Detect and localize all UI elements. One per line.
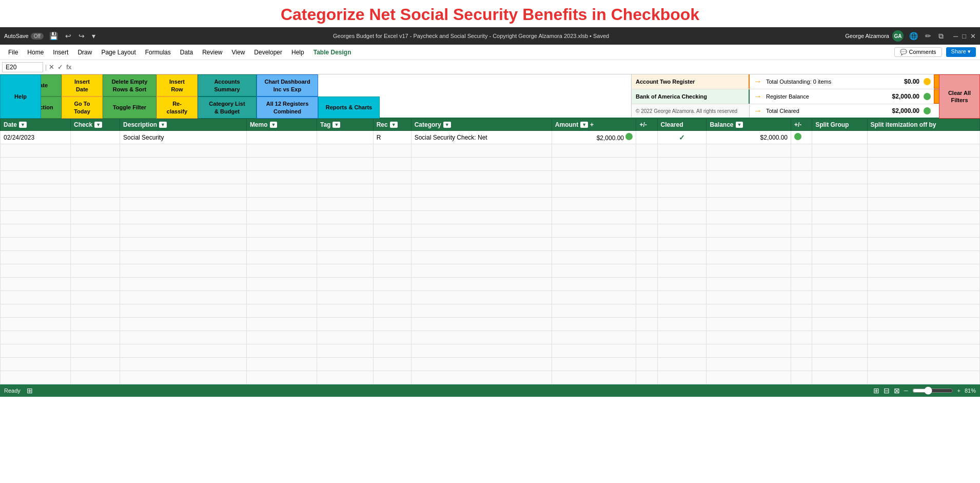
- close-button[interactable]: ✕: [970, 32, 976, 40]
- menu-view[interactable]: View: [228, 47, 249, 58]
- menu-review[interactable]: Review: [198, 47, 226, 58]
- table-row: [1, 144, 980, 158]
- tag-filter-arrow[interactable]: ▼: [332, 122, 340, 128]
- memo-filter-arrow[interactable]: ▼: [270, 122, 278, 128]
- status-icon[interactable]: ⊞: [27, 387, 33, 395]
- rec-filter-arrow[interactable]: ▼: [390, 122, 398, 128]
- page-break-view-icon[interactable]: ⊠: [894, 387, 900, 395]
- copyright-text: © 2022 George Alzamora. All rights reser…: [632, 104, 750, 118]
- date-filter-arrow[interactable]: ▼: [19, 122, 27, 128]
- zoom-minus-icon[interactable]: ─: [904, 388, 908, 394]
- cell-check: [71, 131, 120, 144]
- register-balance-label: Register Balance: [766, 93, 892, 100]
- comments-button[interactable]: 💬 Comments: [894, 47, 942, 57]
- menu-home[interactable]: Home: [23, 47, 48, 58]
- zoom-slider[interactable]: [912, 387, 953, 395]
- delete-empty-rows-button[interactable]: Delete Empty Rows & Sort: [103, 74, 156, 96]
- total-cleared-value: $2,000.00: [892, 107, 924, 114]
- all-12-registers-button[interactable]: All 12 Registers Combined: [257, 96, 318, 119]
- cleared-dot: [924, 107, 931, 114]
- balance-filter-arrow[interactable]: ▼: [736, 122, 743, 128]
- pen-icon[interactable]: ✏: [924, 32, 933, 40]
- undo-icon[interactable]: ↩: [64, 32, 73, 40]
- col-rec: Rec▼: [373, 119, 411, 131]
- table-row: [1, 344, 980, 358]
- ready-label: Ready: [4, 388, 21, 394]
- cell-memo: [246, 131, 317, 144]
- category-list-budget-button[interactable]: Category List & Budget: [198, 96, 257, 119]
- minimize-button[interactable]: ─: [953, 32, 958, 40]
- col-date: Date▼: [1, 119, 71, 131]
- formula-separator: |: [45, 64, 47, 71]
- cell-category: Social Security Check: Net: [411, 131, 552, 144]
- menu-file[interactable]: File: [4, 47, 22, 58]
- normal-view-icon[interactable]: ⊞: [873, 387, 879, 395]
- col-description: Description▼: [120, 119, 247, 131]
- menu-page-layout[interactable]: Page Layout: [97, 47, 140, 58]
- clear-all-filters-button[interactable]: Clear All Filters: [939, 74, 980, 119]
- col-tag: Tag▼: [317, 119, 373, 131]
- spreadsheet-area: Date▼ Check▼ Description▼ Memo▼ Tag▼ Rec…: [0, 119, 980, 384]
- col-check: Check▼: [71, 119, 120, 131]
- go-to-today-button[interactable]: Go To Today: [62, 96, 103, 119]
- title-bar: AutoSave Off 💾 ↩ ↪ ▾ Georges Budget for …: [0, 27, 980, 45]
- zoom-plus-icon[interactable]: +: [957, 388, 961, 394]
- col-split-group: Split Group: [812, 119, 867, 131]
- menu-help[interactable]: Help: [287, 47, 308, 58]
- account-two-register-row: Account Two Register → Total Outstanding…: [632, 74, 980, 89]
- check-filter-arrow[interactable]: ▼: [94, 122, 102, 128]
- customize-icon[interactable]: ▾: [90, 32, 97, 40]
- chart-dashboard-button[interactable]: Chart Dashboard Inc vs Exp: [257, 74, 318, 96]
- ribbon-buttons: Sort By Date Insert Date Delete Empty Ro…: [0, 74, 631, 118]
- formula-input[interactable]: [73, 63, 978, 72]
- menu-draw[interactable]: Draw: [73, 47, 96, 58]
- bank-of-america-row: Bank of America Checking → Register Bala…: [632, 89, 980, 104]
- table-header-row: Date▼ Check▼ Description▼ Memo▼ Tag▼ Rec…: [1, 119, 980, 131]
- ribbon-info-panel: Account Two Register → Total Outstanding…: [631, 74, 980, 118]
- reports-charts-button[interactable]: Reports & Charts: [318, 96, 380, 119]
- insert-row-button[interactable]: Insert Row: [156, 74, 198, 96]
- save-icon[interactable]: 💾: [48, 32, 60, 40]
- insert-date-button[interactable]: Insert Date: [62, 74, 103, 96]
- cell-description: Social Security: [120, 131, 247, 144]
- cell-split-group: [812, 131, 867, 144]
- total-outstanding-value: $0.00: [904, 78, 924, 85]
- user-area: George Alzamora GA: [845, 30, 904, 42]
- cell-reference-input[interactable]: [2, 62, 43, 72]
- cell-cleared: ✓: [657, 131, 707, 144]
- restore-icon[interactable]: ⧉: [937, 32, 945, 41]
- reclassify-button[interactable]: Re- classify: [156, 96, 198, 119]
- amount-plus-icon: +: [590, 121, 594, 128]
- total-cleared-label: Total Cleared: [766, 108, 892, 114]
- ribbon: Sort By Date Insert Date Delete Empty Ro…: [0, 74, 980, 119]
- col-memo: Memo▼: [246, 119, 317, 131]
- maximize-button[interactable]: □: [962, 32, 966, 40]
- amount-filter-arrow[interactable]: ▼: [580, 122, 588, 128]
- total-cleared-arrow: →: [750, 106, 766, 115]
- insert-function-icon[interactable]: fx: [66, 63, 71, 71]
- cat-filter-arrow[interactable]: ▼: [443, 122, 451, 128]
- table-row: [1, 278, 980, 291]
- register-dot: [924, 93, 931, 100]
- menu-table-design[interactable]: Table Design: [309, 47, 356, 58]
- share-button[interactable]: Share ▾: [946, 47, 976, 57]
- redo-icon[interactable]: ↪: [77, 32, 86, 40]
- outstanding-arrow-icon: →: [750, 77, 766, 86]
- help-button[interactable]: Help: [0, 74, 41, 119]
- menu-developer[interactable]: Developer: [250, 47, 286, 58]
- cancel-formula-icon[interactable]: ✕: [49, 63, 54, 71]
- menu-formulas[interactable]: Formulas: [141, 47, 175, 58]
- toggle-filter-button[interactable]: Toggle Filter: [103, 96, 156, 119]
- accounts-summary-button[interactable]: Accounts Summary: [198, 74, 257, 96]
- table-row: 02/24/2023 Social Security R Social Secu…: [1, 131, 980, 144]
- desc-filter-arrow[interactable]: ▼: [159, 122, 167, 128]
- menu-data[interactable]: Data: [176, 47, 197, 58]
- globe-icon[interactable]: 🌐: [908, 32, 919, 40]
- confirm-formula-icon[interactable]: ✓: [57, 63, 63, 71]
- zoom-level: 81%: [965, 388, 976, 394]
- autosave-toggle[interactable]: Off: [31, 33, 44, 40]
- account-two-register-label: Account Two Register: [632, 74, 750, 89]
- page-layout-view-icon[interactable]: ⊟: [884, 387, 890, 395]
- menu-insert[interactable]: Insert: [49, 47, 72, 58]
- table-row: [1, 318, 980, 331]
